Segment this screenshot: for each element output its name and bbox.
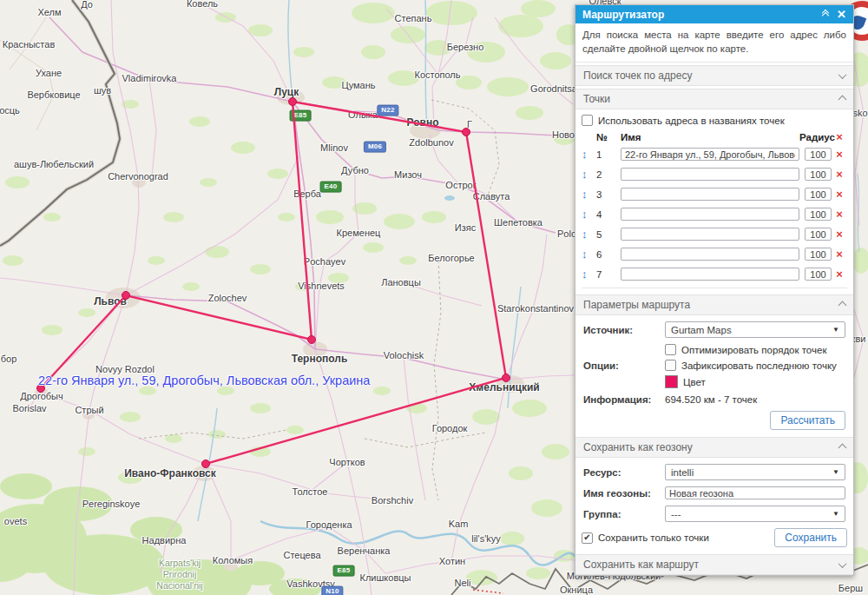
delete-point-icon[interactable]: × <box>832 268 847 281</box>
save-geofence-body: Ресурс: intelli ▼ Имя геозоны: Группа: -… <box>575 464 853 547</box>
source-value: Gurtam Maps <box>671 325 732 335</box>
route-params-body: Источник: Gurtam Maps ▼ Оптимизировать п… <box>575 321 853 430</box>
drag-handle-icon[interactable]: ↕ <box>582 208 596 221</box>
points-body: Использовать адреса в названиях точек № … <box>575 109 853 292</box>
close-panel-icon[interactable]: ✕ <box>837 9 846 20</box>
geofence-name-label: Имя геозоны: <box>583 488 665 499</box>
delete-point-icon[interactable]: × <box>832 188 847 201</box>
point-row: ↕7× <box>582 264 847 284</box>
chevron-down-icon <box>838 559 847 568</box>
point-name-input[interactable] <box>621 168 799 181</box>
section-points-label: Точки <box>583 93 610 105</box>
calculate-button[interactable]: Рассчитать <box>770 411 845 430</box>
route-point-marker[interactable] <box>308 336 316 344</box>
point-number: 6 <box>596 249 617 260</box>
section-save-geofence-label: Сохранить как геозону <box>583 441 693 453</box>
section-save-route[interactable]: Сохранить как маршрут <box>575 554 853 575</box>
col-name: Имя <box>617 132 799 142</box>
collapse-panel-icon[interactable] <box>823 10 828 18</box>
point-radius-input[interactable] <box>805 228 832 241</box>
delete-point-icon[interactable]: × <box>832 248 847 261</box>
resource-label: Ресурс: <box>583 467 665 478</box>
save-points-only-label: Сохранить только точки <box>598 532 774 543</box>
panel-title: Маршрутизатор <box>582 9 814 21</box>
chevron-up-icon <box>838 95 847 103</box>
section-save-geofence[interactable]: Сохранить как геозону <box>575 437 853 458</box>
point-row: ↕3× <box>582 184 847 204</box>
drag-handle-icon[interactable]: ↕ <box>582 268 596 281</box>
route-point-marker[interactable] <box>202 460 210 468</box>
route-point-marker[interactable] <box>122 292 130 300</box>
optimize-order-checkbox[interactable] <box>665 344 676 355</box>
point-radius-input[interactable] <box>805 268 832 281</box>
section-route-params-label: Параметры маршрута <box>583 299 690 311</box>
delete-point-icon[interactable]: × <box>832 168 847 181</box>
point-radius-input[interactable] <box>805 148 832 161</box>
col-num: № <box>596 132 617 142</box>
point-number: 2 <box>596 169 617 180</box>
section-search-by-address[interactable]: Поиск точек по адресу <box>575 65 853 86</box>
group-value: --- <box>671 509 681 519</box>
chevron-down-icon <box>838 70 847 79</box>
delete-point-icon[interactable]: × <box>832 148 847 161</box>
chevron-up-icon <box>838 443 847 452</box>
delete-point-icon[interactable]: × <box>832 228 847 241</box>
use-addresses-checkbox[interactable] <box>582 115 593 126</box>
resource-select[interactable]: intelli ▼ <box>665 464 845 480</box>
point-number: 3 <box>596 189 617 200</box>
point-radius-input[interactable] <box>805 188 832 201</box>
point-number: 7 <box>596 269 617 280</box>
point-name-input[interactable] <box>621 248 799 261</box>
point-radius-input[interactable] <box>805 208 832 221</box>
delete-all-points-icon[interactable]: × <box>832 130 847 143</box>
fix-last-point-checkbox[interactable] <box>665 360 676 371</box>
point-name-input[interactable] <box>621 228 799 241</box>
source-select[interactable]: Gurtam Maps ▼ <box>665 321 845 338</box>
delete-point-icon[interactable]: × <box>832 208 847 221</box>
save-points-only-checkbox[interactable] <box>582 532 593 544</box>
point-row: ↕1× <box>582 144 847 164</box>
point-number: 5 <box>596 229 617 240</box>
section-save-route-label: Сохранить как маршрут <box>583 559 699 571</box>
route-info-value: 694.520 км - 7 точек <box>665 394 757 405</box>
section-search-label: Поиск точек по адресу <box>583 69 692 82</box>
panel-intro-text: Для поиска места на карте введите его ад… <box>575 23 853 63</box>
drag-handle-icon[interactable]: ↕ <box>582 248 596 261</box>
point-number: 4 <box>596 209 617 220</box>
route-point-marker[interactable] <box>463 129 470 136</box>
section-route-params[interactable]: Параметры маршрута <box>575 294 853 315</box>
dropdown-arrow-icon: ▼ <box>832 510 839 518</box>
route-point-marker[interactable] <box>289 98 297 106</box>
point-name-input[interactable] <box>621 268 799 281</box>
drag-handle-icon[interactable]: ↕ <box>582 228 596 241</box>
section-points[interactable]: Точки <box>575 89 853 109</box>
dropdown-arrow-icon: ▼ <box>832 468 839 476</box>
route-point-marker[interactable] <box>503 374 510 382</box>
resource-value: intelli <box>671 467 694 478</box>
drag-handle-icon[interactable]: ↕ <box>582 148 596 161</box>
route-color-swatch[interactable] <box>665 375 678 388</box>
point-name-input[interactable] <box>621 148 799 161</box>
point-radius-input[interactable] <box>805 168 832 181</box>
info-label: Информация: <box>583 394 665 405</box>
drag-handle-icon[interactable]: ↕ <box>582 168 596 181</box>
route-color-label: Цвет <box>683 377 706 387</box>
points-rows: ↕1×↕2×↕3×↕4×↕5×↕6×↕7× <box>582 144 847 284</box>
route-line <box>41 102 506 464</box>
source-label: Источник: <box>583 325 665 335</box>
app-screen: { "panel": { "title": "Маршрутизатор", "… <box>0 0 868 595</box>
point-row: ↕5× <box>582 224 847 244</box>
save-button[interactable]: Сохранить <box>774 528 847 547</box>
geofence-name-input[interactable] <box>665 486 845 499</box>
drag-handle-icon[interactable]: ↕ <box>582 188 596 201</box>
router-panel: Маршрутизатор ✕ Для поиска места на карт… <box>575 4 854 576</box>
point-row: ↕6× <box>582 244 847 264</box>
points-table-header: № Имя Радиус × <box>582 129 847 144</box>
point-name-input[interactable] <box>621 188 799 201</box>
fix-last-point-label: Зафиксировать последнюю точку <box>681 360 837 371</box>
point-name-input[interactable] <box>621 208 799 221</box>
panel-header: Маршрутизатор ✕ <box>575 5 853 23</box>
point-radius-input[interactable] <box>805 248 832 261</box>
group-select[interactable]: --- ▼ <box>665 506 845 522</box>
group-label: Группа: <box>583 509 665 519</box>
